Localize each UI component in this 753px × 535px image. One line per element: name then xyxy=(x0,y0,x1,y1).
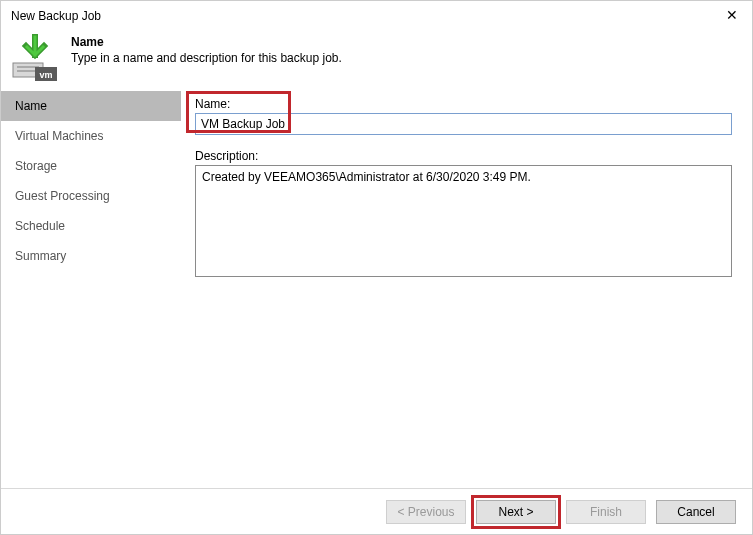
cancel-button[interactable]: Cancel xyxy=(656,500,736,524)
header-subtitle: Type in a name and description for this … xyxy=(71,51,342,65)
wizard-header: vm Name Type in a name and description f… xyxy=(1,27,752,91)
content-panel: Name: Description: Created by VEEAMO365\… xyxy=(181,91,752,488)
vm-backup-icon: vm xyxy=(11,33,59,81)
titlebar: New Backup Job ✕ xyxy=(1,1,752,27)
sidebar-item-name[interactable]: Name xyxy=(1,91,181,121)
sidebar-item-schedule[interactable]: Schedule xyxy=(1,211,181,241)
finish-button: Finish xyxy=(566,500,646,524)
wizard-footer: < Previous Next > Finish Cancel xyxy=(1,488,752,534)
sidebar-item-summary[interactable]: Summary xyxy=(1,241,181,271)
wizard-sidebar: Name Virtual Machines Storage Guest Proc… xyxy=(1,91,181,488)
header-title: Name xyxy=(71,35,342,49)
next-button[interactable]: Next > xyxy=(476,500,556,524)
name-label: Name: xyxy=(195,97,732,111)
sidebar-item-storage[interactable]: Storage xyxy=(1,151,181,181)
sidebar-item-guest-processing[interactable]: Guest Processing xyxy=(1,181,181,211)
name-input[interactable] xyxy=(195,113,732,135)
header-text: Name Type in a name and description for … xyxy=(71,33,342,65)
main-area: Name Virtual Machines Storage Guest Proc… xyxy=(1,91,752,488)
description-field-group: Description: Created by VEEAMO365\Admini… xyxy=(195,149,732,280)
description-input[interactable]: Created by VEEAMO365\Administrator at 6/… xyxy=(195,165,732,277)
previous-button: < Previous xyxy=(386,500,466,524)
next-button-wrap: Next > xyxy=(476,500,556,524)
svg-text:vm: vm xyxy=(39,70,52,80)
window-title: New Backup Job xyxy=(11,9,101,23)
name-field-group: Name: xyxy=(195,97,732,135)
description-label: Description: xyxy=(195,149,732,163)
sidebar-item-virtual-machines[interactable]: Virtual Machines xyxy=(1,121,181,151)
close-icon[interactable]: ✕ xyxy=(722,6,742,26)
